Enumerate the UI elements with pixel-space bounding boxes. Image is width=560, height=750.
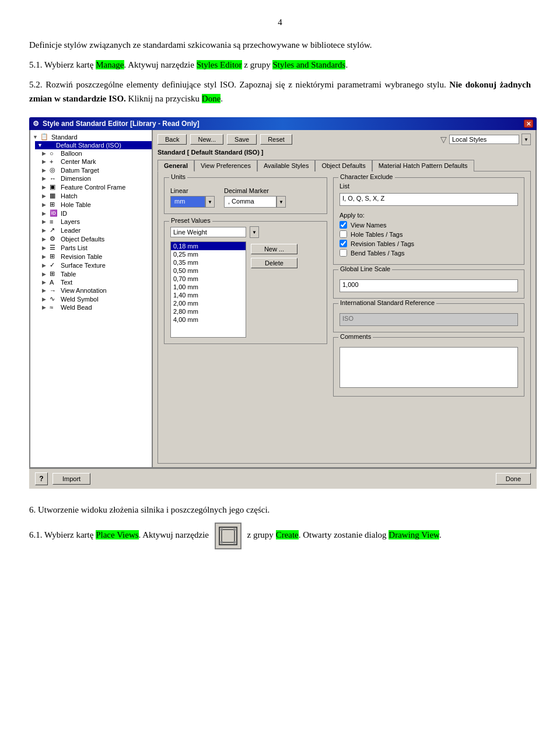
checkbox-hole-tables: Hole Tables / Tags [340,230,518,238]
list-item[interactable]: 1,40 mm [171,291,246,299]
tree-label-dim: Dimension [61,175,91,182]
tree-item-leader[interactable]: ▶ ↗ Leader [40,226,152,234]
preset-combo-arrow[interactable]: ▼ [250,226,259,238]
char-list-box[interactable]: I, O, Q, S, X, Z [340,193,518,206]
list-item[interactable]: 2,80 mm [171,307,246,316]
svg-rect-5 [233,541,236,544]
done-button[interactable]: Done [496,473,531,485]
tree-item-view-annotation[interactable]: ▶ → View Annotation [40,286,152,295]
expand-icon-layers: ▶ [42,219,48,225]
checkbox-bend-tables-input[interactable] [340,249,347,257]
char-exclude-label: Character Exclude [338,173,395,180]
section6-text: 6. Utworzenie widoku złożenia silnika i … [29,503,531,517]
apply-to-section: Apply to: View Names Hole Tables / Tags [340,212,518,258]
tab-avail-styles[interactable]: Available Styles [257,160,315,171]
list-item[interactable]: 0,50 mm [171,267,246,275]
tree-item-id[interactable]: ▶ 🆔 ID [40,209,152,218]
decimal-arrow[interactable]: ▼ [276,196,286,208]
checkbox-view-names-input[interactable] [340,221,347,229]
tree-item-hole-table[interactable]: ▶ ⊞ Hole Table [40,200,152,209]
tree-label-rt: Revision Table [61,253,102,260]
paragraph-3: 5.2. Rozwiń poszczególne elementy defini… [29,78,531,106]
tab-mat-hatch[interactable]: Material Hatch Pattern Defaults [372,160,474,171]
checkbox-hole-tables-input[interactable] [340,230,347,238]
para2-manage: Manage [96,60,124,69]
tree-item-surface-texture[interactable]: ▶ ✓ Surface Texture [40,261,152,269]
tree-item-parts-list[interactable]: ▶ ☰ Parts List [40,243,152,252]
tree-item-hatch[interactable]: ▶ ▦ Hatch [40,191,152,200]
tree-icon-layers: ≡ [50,218,59,225]
tree-label-dt: Datum Target [61,167,99,174]
tab-view-prefs[interactable]: View Preferences [194,160,257,171]
tree-item-balloon[interactable]: ▶ ○ Balloon [40,149,152,157]
save-button[interactable]: Save [227,134,257,145]
close-button[interactable]: ✕ [524,120,533,128]
local-styles-arrow[interactable]: ▼ [522,134,531,145]
page-number: 4 [29,17,531,27]
para2-middle: z grupy [242,60,273,69]
svg-rect-2 [220,528,223,531]
list-item[interactable]: 0,35 mm [171,258,246,267]
sec6-prefix: 6.1. Wybierz kartę [29,530,96,539]
checkbox-bend-tables: Bend Tables / Tags [340,249,518,257]
standard-label: Standard [ Default Standard (ISO) ] [158,149,531,156]
checkbox-revision-tables-input[interactable] [340,240,347,247]
preset-list-box[interactable]: 0,18 mm 0,25 mm 0,35 mm 0,50 mm 0,70 mm … [170,241,246,338]
style-standard-editor-dialog: ⚙ Style and Standard Editor [Library - R… [29,117,537,489]
tree-item-weld-symbol[interactable]: ▶ ∿ Weld Symbol [40,295,152,303]
tree-item-revision-table[interactable]: ▶ ⊞ Revision Table [40,252,152,261]
expand-icon-va: ▶ [42,288,48,293]
linear-value[interactable]: mm [170,196,205,208]
decimal-label: Decimal Marker [224,187,286,194]
decimal-value[interactable]: , Comma [224,196,276,208]
tree-icon-fcf: ▣ [50,183,59,191]
tree-item-standard[interactable]: ▼ 📋 Standard [30,132,152,141]
tree-item-text[interactable]: ▶ A Text [40,278,152,286]
tree-item-center-mark[interactable]: ▶ + Center Mark [40,157,152,166]
local-styles-combo[interactable]: Local Styles [449,135,519,144]
preset-group-label: Preset Values [169,217,212,224]
tree-label-st: Surface Texture [61,262,106,269]
tree-item-layers[interactable]: ▶ ≡ Layers [40,218,152,226]
sec6-create: Create [276,530,299,539]
tab-general[interactable]: General [158,160,194,171]
svg-rect-4 [220,541,223,544]
para2-end: . [345,60,348,69]
linear-arrow[interactable]: ▼ [205,196,215,208]
checkbox-view-names-label: View Names [351,222,387,229]
gls-value[interactable]: 1,000 [340,279,518,292]
list-item[interactable]: 0,70 mm [171,275,246,283]
list-item[interactable]: 4,00 mm [171,316,246,324]
expand-icon-st: ▶ [42,262,48,268]
import-button[interactable]: Import [52,473,90,485]
tree-item-obj-defaults[interactable]: ▶ ⚙ Object Defaults [40,234,152,243]
new-button[interactable]: New... [190,134,223,145]
help-button[interactable]: ? [35,472,48,485]
delete-preset-button[interactable]: Delete [251,258,298,268]
linear-label: Linear [170,187,215,194]
tree-icon-table: ⊞ [50,270,59,278]
tree-item-weld-bead[interactable]: ▶ ≈ Weld Bead [40,303,152,311]
tree-label-cm: Center Mark [61,158,96,165]
expand-icon-table: ▶ [42,271,48,277]
dialog-body: ▼ 📋 Standard ▼ Default Standard (ISO) ▶ … [29,130,537,468]
tab-obj-defaults[interactable]: Object Defaults [315,160,372,171]
reset-button[interactable]: Reset [260,134,292,145]
new-preset-button[interactable]: New ... [251,244,298,254]
back-button[interactable]: Back [158,134,187,145]
tree-item-fcf[interactable]: ▶ ▣ Feature Control Frame [40,183,152,191]
list-item[interactable]: 1,00 mm [171,283,246,291]
tree-icon-wb: ≈ [50,304,59,311]
global-line-scale-group: Global Line Scale 1,000 [333,269,524,299]
comments-textarea[interactable] [340,347,518,388]
tree-item-default-iso[interactable]: ▼ Default Standard (ISO) [35,141,152,149]
tree-item-table[interactable]: ▶ ⊞ Table [40,269,152,278]
list-item[interactable]: 2,00 mm [171,299,246,307]
tree-item-dimension[interactable]: ▶ ↔ Dimension [40,174,152,183]
sec6-drawing-view: Drawing View [388,530,439,539]
tree-item-datum-target[interactable]: ▶ ◎ Datum Target [40,166,152,174]
list-item[interactable]: 0,25 mm [171,250,246,258]
list-item[interactable]: 0,18 mm [171,242,246,250]
tree-icon-ws: ∿ [50,295,59,303]
preset-combo[interactable]: Line Weight [170,227,246,237]
